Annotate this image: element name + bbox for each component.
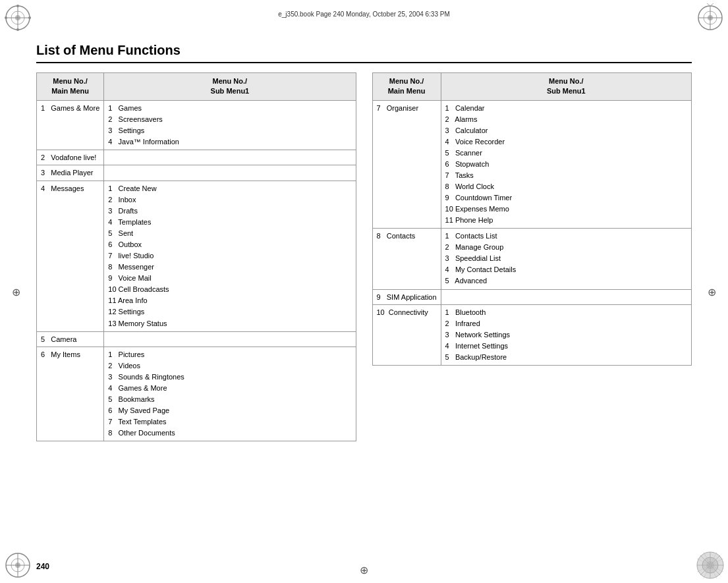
sub-item: 7 live! Studio bbox=[108, 250, 351, 262]
sub-item: 4 Java™ Information bbox=[108, 136, 351, 148]
page-number: 240 bbox=[36, 562, 49, 571]
cross-left: ⊕ bbox=[12, 285, 20, 298]
main-menu-item: 3 Media Player bbox=[37, 165, 104, 181]
sub-item: 3 Network Settings bbox=[445, 329, 687, 341]
sub-item: 12 Settings bbox=[108, 306, 351, 318]
svg-line-14 bbox=[707, 3, 710, 6]
sub-item: 3 Calculator bbox=[445, 125, 687, 136]
sub-item: 13 Memory Status bbox=[108, 318, 351, 329]
sub-menu-items bbox=[104, 331, 356, 347]
sub-item: 8 World Clock bbox=[445, 181, 687, 192]
sub-item: 6 Outbox bbox=[108, 239, 351, 250]
sub-menu-items: 1 Games 2 Screensavers 3 Settings 4 Java… bbox=[104, 100, 356, 150]
sub-item: 1 Contacts List bbox=[445, 231, 687, 242]
svg-line-15 bbox=[710, 3, 714, 6]
right-table: Menu No./Main Menu Menu No./Sub Menu1 7 … bbox=[372, 72, 692, 366]
main-menu-item: 4 Messages bbox=[37, 180, 104, 331]
sub-item: 9 Voice Mail bbox=[108, 273, 351, 284]
sub-item: 1 Create New bbox=[108, 183, 351, 194]
svg-point-5 bbox=[16, 5, 19, 7]
sub-item: 1 Pictures bbox=[108, 349, 351, 360]
sub-item: 1 Calendar bbox=[445, 103, 687, 114]
tables-container: Menu No./Main Menu Menu No./Sub Menu1 1 … bbox=[36, 72, 692, 441]
sub-menu-items bbox=[441, 289, 691, 305]
table-row: 1 Games & More 1 Games 2 Screensavers 3 … bbox=[37, 100, 356, 150]
sub-item: 3 Speeddial List bbox=[445, 253, 687, 264]
sub-item: 1 Games bbox=[108, 103, 351, 114]
table-row: 3 Media Player bbox=[37, 165, 356, 181]
main-menu-item: 9 SIM Application bbox=[372, 289, 441, 305]
sub-item: 1 Bluetooth bbox=[445, 307, 687, 318]
table-row: 10 Connectivity 1 Bluetooth 2 Infrared 3… bbox=[372, 305, 692, 366]
corner-ornament-tr bbox=[695, 3, 725, 33]
table-row: 5 Camera bbox=[37, 331, 356, 347]
table-row: 4 Messages 1 Create New 2 Inbox 3 Drafts… bbox=[37, 180, 356, 331]
svg-point-7 bbox=[5, 16, 7, 19]
sub-menu-items: 1 Pictures 2 Videos 3 Sounds & Ringtones… bbox=[104, 347, 356, 441]
sub-item: 3 Settings bbox=[108, 125, 351, 136]
header-text: e_j350.book Page 240 Monday, October 25,… bbox=[40, 11, 688, 18]
sub-item: 8 Other Documents bbox=[108, 428, 351, 439]
sub-menu-items: 1 Create New 2 Inbox 3 Drafts 4 Template… bbox=[104, 180, 356, 331]
table-row: 7 Organiser 1 Calendar 2 Alarms 3 Calcul… bbox=[372, 100, 692, 229]
corner-ornament-bl bbox=[3, 550, 33, 580]
main-menu-item: 10 Connectivity bbox=[372, 305, 441, 366]
sub-menu-items: 1 Bluetooth 2 Infrared 3 Network Setting… bbox=[441, 305, 691, 366]
sub-menu-items: 1 Contacts List 2 Manage Group 3 Speeddi… bbox=[441, 229, 691, 289]
corner-ornament-tl bbox=[3, 3, 33, 33]
sub-item: 2 Videos bbox=[108, 360, 351, 372]
main-content: List of Menu Functions Menu No./Main Men… bbox=[36, 43, 692, 547]
sub-item: 10 Cell Broadcasts bbox=[108, 284, 351, 295]
sub-item: 3 Sounds & Ringtones bbox=[108, 372, 351, 383]
sub-item: 9 Countdown Timer bbox=[445, 192, 687, 204]
left-table-section: Menu No./Main Menu Menu No./Sub Menu1 1 … bbox=[36, 72, 356, 441]
sub-item: 4 Games & More bbox=[108, 383, 351, 394]
main-menu-item: 7 Organiser bbox=[372, 100, 441, 229]
table-row: 6 My Items 1 Pictures 2 Videos 3 Sounds … bbox=[37, 347, 356, 441]
left-table: Menu No./Main Menu Menu No./Sub Menu1 1 … bbox=[36, 72, 356, 441]
sub-item: 7 Tasks bbox=[445, 170, 687, 181]
sub-item: 4 Voice Recorder bbox=[445, 136, 687, 148]
cross-bottom: ⊕ bbox=[360, 564, 368, 576]
main-menu-item: 8 Contacts bbox=[372, 229, 441, 289]
sub-item: 4 Templates bbox=[108, 217, 351, 228]
cross-right: ⊕ bbox=[708, 285, 716, 298]
main-menu-item: 2 Vodafone live! bbox=[37, 150, 104, 165]
sub-item: 5 Bookmarks bbox=[108, 394, 351, 405]
sub-item: 5 Scanner bbox=[445, 148, 687, 159]
main-menu-item: 6 My Items bbox=[37, 347, 104, 441]
sub-item: 2 Manage Group bbox=[445, 242, 687, 253]
left-col1-header: Menu No./Main Menu bbox=[37, 73, 104, 101]
sub-item: 2 Inbox bbox=[108, 194, 351, 206]
svg-point-8 bbox=[28, 16, 31, 19]
sub-item: 5 Advanced bbox=[445, 275, 687, 287]
sub-item: 6 My Saved Page bbox=[108, 405, 351, 416]
sub-item: 5 Sent bbox=[108, 228, 351, 239]
table-row: 2 Vodafone live! bbox=[37, 150, 356, 165]
sub-item: 2 Infrared bbox=[445, 318, 687, 329]
left-col2-header: Menu No./Sub Menu1 bbox=[104, 73, 356, 101]
sub-item: 11 Area Info bbox=[108, 295, 351, 306]
sub-item: 2 Alarms bbox=[445, 114, 687, 125]
sub-item: 4 My Contact Details bbox=[445, 264, 687, 275]
sub-menu-items bbox=[104, 165, 356, 181]
table-row: 9 SIM Application bbox=[372, 289, 692, 305]
sub-menu-items bbox=[104, 150, 356, 165]
sub-menu-items: 1 Calendar 2 Alarms 3 Calculator 4 Voice… bbox=[441, 100, 691, 229]
main-menu-item: 1 Games & More bbox=[37, 100, 104, 150]
sub-item: 11 Phone Help bbox=[445, 215, 687, 226]
sub-item: 10 Expenses Memo bbox=[445, 204, 687, 215]
main-menu-item: 5 Camera bbox=[37, 331, 104, 347]
sub-item: 4 Internet Settings bbox=[445, 341, 687, 352]
svg-point-6 bbox=[16, 28, 19, 31]
right-col1-header: Menu No./Main Menu bbox=[372, 73, 441, 101]
sub-item: 5 Backup/Restore bbox=[445, 352, 687, 363]
sub-item: 8 Messenger bbox=[108, 262, 351, 273]
page-title: List of Menu Functions bbox=[36, 43, 692, 63]
sub-item: 6 Stopwatch bbox=[445, 159, 687, 170]
sub-item: 3 Drafts bbox=[108, 206, 351, 217]
sub-item: 7 Text Templates bbox=[108, 416, 351, 428]
table-row: 8 Contacts 1 Contacts List 2 Manage Grou… bbox=[372, 229, 692, 289]
sub-item: 2 Screensavers bbox=[108, 114, 351, 125]
right-table-section: Menu No./Main Menu Menu No./Sub Menu1 7 … bbox=[372, 72, 692, 441]
